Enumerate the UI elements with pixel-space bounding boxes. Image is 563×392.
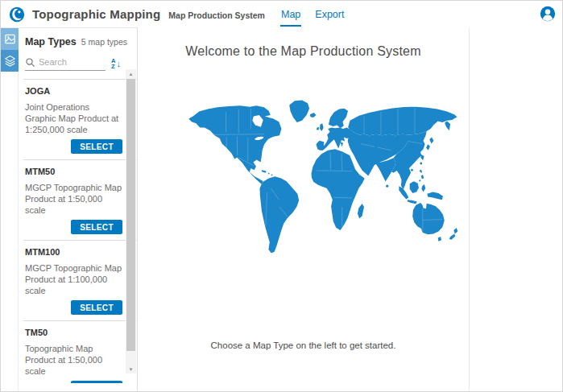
- welcome-panel: Welcome to the Map Production System: [138, 27, 470, 392]
- app-logo-icon: [9, 6, 25, 23]
- tool-map-types-button[interactable]: [1, 28, 19, 50]
- layers-icon: [4, 55, 16, 67]
- map-types-sidebar: Map Types 5 map types AZ ↓ J: [19, 27, 138, 392]
- map-type-description: Joint Operations Graphic Map Product at …: [25, 101, 122, 135]
- map-type-list: JOGA Joint Operations Graphic Map Produc…: [23, 79, 137, 383]
- tool-strip: [1, 27, 19, 392]
- app-subtitle: Map Production System: [168, 10, 265, 20]
- map-type-description: Topographic Map Product at 1:50,000 scal…: [25, 343, 122, 377]
- search-input[interactable]: [39, 57, 103, 67]
- scrollbar-thumb[interactable]: [126, 79, 135, 351]
- select-button-mtm50[interactable]: SELECT: [71, 220, 122, 234]
- search-box: [25, 57, 106, 71]
- select-button-joga[interactable]: SELECT: [71, 139, 122, 154]
- map-type-card-joga: JOGA Joint Operations Graphic Map Produc…: [23, 80, 137, 159]
- welcome-title: Welcome to the Map Production System: [138, 44, 469, 59]
- map-type-description: MGCP Topographic Map Product at 1:100,00…: [25, 262, 122, 296]
- world-map-image: [184, 99, 466, 260]
- search-row: AZ ↓: [25, 55, 130, 72]
- content-area: Map Types 5 map types AZ ↓ J: [1, 27, 562, 392]
- tab-export[interactable]: Export: [314, 2, 345, 27]
- sort-arrow-icon: ↓: [117, 59, 122, 68]
- app-header: Topographic Mapping Map Production Syste…: [1, 1, 562, 27]
- select-button-tm50[interactable]: SELECT: [71, 381, 122, 383]
- sidebar-title: Map Types: [25, 36, 77, 47]
- map-type-card-mtm50: MTM50 MGCP Topographic Map Product at 1:…: [23, 159, 137, 240]
- empty-right-area: [470, 27, 562, 392]
- map-type-name: MTM50: [25, 167, 122, 177]
- search-icon: [25, 57, 35, 68]
- scroll-up-icon[interactable]: ▲: [126, 69, 136, 78]
- map-type-card-mtm100: MTM100 MGCP Topographic Map Product at 1…: [23, 240, 137, 320]
- sort-a-z-icon: AZ: [111, 58, 115, 69]
- app-window: Topographic Mapping Map Production Syste…: [0, 0, 563, 392]
- account-icon[interactable]: [540, 6, 556, 22]
- sort-a-z-button[interactable]: AZ ↓: [111, 58, 121, 69]
- map-type-name: MTM100: [25, 247, 122, 258]
- app-title: Topographic Mapping: [32, 7, 160, 21]
- scroll-down-icon[interactable]: ▼: [126, 365, 136, 373]
- tab-map[interactable]: Map: [280, 2, 301, 27]
- sidebar-header: Map Types 5 map types: [19, 28, 137, 47]
- instruction-text: Choose a Map Type on the left to get sta…: [138, 340, 469, 350]
- select-button-mtm100[interactable]: SELECT: [71, 300, 122, 315]
- map-type-description: MGCP Topographic Map Product at 1:50,000…: [25, 182, 122, 216]
- map-types-icon: [4, 33, 16, 45]
- map-type-card-tm50: TM50 Topographic Map Product at 1:50,000…: [23, 320, 137, 383]
- top-tabs: Map Export: [280, 1, 345, 27]
- map-type-name: JOGA: [25, 86, 122, 97]
- map-type-name: TM50: [25, 328, 122, 338]
- sidebar-scrollbar[interactable]: ▲ ▼: [126, 69, 136, 373]
- map-type-count: 5 map types: [81, 37, 130, 47]
- tool-layers-button[interactable]: [1, 50, 19, 72]
